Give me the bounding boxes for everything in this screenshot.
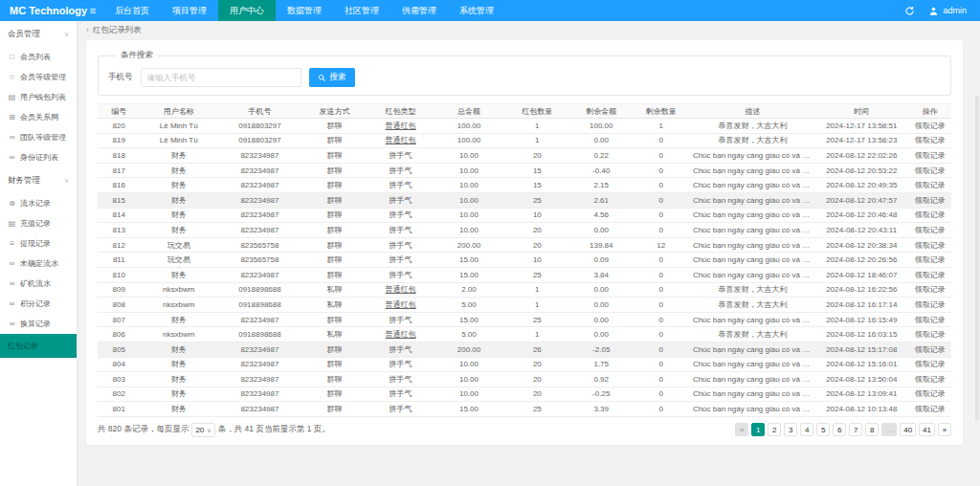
- table-header-cell: 总金额: [434, 104, 502, 119]
- sidebar-item-member-list[interactable]: □会员列表: [0, 47, 77, 67]
- table-cell: 816: [98, 178, 141, 193]
- sidebar-group-member-management[interactable]: 会员管理∨: [0, 21, 77, 47]
- sidebar-item-team-level[interactable]: ∞团队等级管理: [0, 127, 77, 147]
- sidebar-item-redpacket-records[interactable]: 红包记录: [0, 334, 77, 358]
- page-button-3[interactable]: 3: [784, 423, 797, 436]
- table-cell: 823234987: [217, 178, 302, 193]
- table-cell: 拼手气: [367, 402, 434, 417]
- action-link[interactable]: 领取记录: [915, 210, 946, 219]
- action-link[interactable]: 领取记录: [915, 226, 946, 234]
- action-link[interactable]: 领取记录: [915, 181, 946, 189]
- search-panel: 条件搜索 手机号 搜索: [98, 50, 951, 96]
- action-link[interactable]: 领取记录: [915, 151, 946, 160]
- table-header-cell: 剩余金额: [571, 104, 631, 119]
- nav-item-user-center[interactable]: 用户中心: [218, 0, 276, 21]
- nav-item-supply[interactable]: 供需管理: [390, 0, 448, 21]
- action-link[interactable]: 领取记录: [915, 389, 946, 398]
- table-cell: Chúc bạn ngày càng giàu có và ma: [691, 267, 814, 282]
- page-button-41[interactable]: 41: [919, 423, 935, 436]
- sidebar-item-id-card-list[interactable]: ∞身份证列表: [0, 147, 77, 167]
- table-cell: 823234987: [217, 192, 302, 208]
- page-button-5[interactable]: 5: [816, 423, 830, 436]
- table-cell: Chúc bạn ngày càng giàu có và ma: [691, 342, 814, 357]
- table-cell: 财务: [141, 208, 217, 223]
- action-link[interactable]: 领取记录: [915, 375, 946, 384]
- user-menu[interactable]: admin: [928, 6, 967, 16]
- sidebar-item-user-wallet-list[interactable]: ▤用户钱包列表: [0, 87, 77, 107]
- table-cell: 806: [98, 327, 141, 342]
- refresh-icon[interactable]: [904, 6, 915, 16]
- search-button-label: 搜索: [330, 72, 346, 83]
- action-link[interactable]: 领取记录: [915, 330, 946, 339]
- menu-toggle-icon[interactable]: ≡: [82, 0, 103, 21]
- action-link[interactable]: 领取记录: [915, 285, 946, 294]
- nav-item-project[interactable]: 项目管理: [161, 0, 218, 21]
- action-link[interactable]: 领取记录: [915, 122, 946, 130]
- table-cell: 0: [631, 327, 690, 342]
- action-link[interactable]: 领取记录: [915, 241, 946, 250]
- nav-item-data[interactable]: 数据管理: [276, 0, 333, 21]
- action-link[interactable]: 领取记录: [915, 316, 946, 324]
- table-header-cell: 手机号: [217, 104, 302, 119]
- table-cell: 819: [98, 133, 141, 148]
- vertical-scrollbar[interactable]: [975, 96, 979, 421]
- sidebar-item-exchange-records[interactable]: ∞换算记录: [0, 314, 77, 334]
- action-link[interactable]: 领取记录: [915, 345, 946, 354]
- sidebar-item-withdraw-records[interactable]: ≡提现记录: [0, 233, 77, 254]
- action-link[interactable]: 领取记录: [915, 166, 946, 175]
- table-cell: 恭喜发财，大吉大利: [691, 282, 814, 298]
- table-cell: 群聊: [302, 237, 367, 253]
- sidebar-item-member-level[interactable]: ☆会员等级管理: [0, 67, 77, 87]
- action-link[interactable]: 领取记录: [915, 271, 946, 279]
- sidebar-item-recharge-records[interactable]: ▤充值记录: [0, 213, 77, 233]
- page-button-8[interactable]: 8: [865, 423, 879, 436]
- table-cell: 2024-08-12 20:53:22: [814, 163, 908, 178]
- redpacket-type: 拼手气: [390, 405, 412, 413]
- page-button-2[interactable]: 2: [768, 423, 781, 436]
- sidebar-item-label: 团队等级管理: [20, 132, 66, 143]
- page-button-4[interactable]: 4: [800, 423, 813, 436]
- nav-item-system[interactable]: 系统管理: [448, 0, 505, 21]
- sidebar-item-unconfirmed-flow[interactable]: ∞未确定流水: [0, 254, 77, 274]
- page-button-6[interactable]: 6: [833, 423, 846, 436]
- action-link[interactable]: 领取记录: [915, 300, 946, 309]
- action-link[interactable]: 领取记录: [915, 255, 946, 264]
- sidebar-item-miner-flow[interactable]: ∞矿机流水: [0, 274, 77, 294]
- sidebar-item-flow-records[interactable]: ⊛流水记录: [0, 193, 77, 213]
- sidebar-item-points-records[interactable]: ∞积分记录: [0, 294, 77, 314]
- sidebar-item-member-network[interactable]: ⊞会员关系网: [0, 107, 77, 127]
- page-button-1[interactable]: 1: [751, 423, 765, 436]
- table-cell: Chúc bạn ngày càng giàu có và ma: [691, 192, 814, 208]
- action-link[interactable]: 领取记录: [915, 360, 946, 368]
- table-cell: 0.00: [571, 298, 631, 313]
- table-cell: 普通红包: [367, 282, 434, 298]
- redpacket-type: 拼手气: [390, 271, 412, 279]
- action-link[interactable]: 领取记录: [915, 196, 946, 205]
- nav-item-home[interactable]: 后台首页: [103, 0, 161, 21]
- next-page-button[interactable]: »: [938, 423, 951, 436]
- sidebar-item-label: 矿机流水: [20, 278, 51, 289]
- phone-search-input[interactable]: [141, 68, 301, 87]
- table-cell: 814: [98, 208, 141, 223]
- table-cell: Chúc bạn ngày càng giàu có và ma: [691, 312, 814, 327]
- page-button-7[interactable]: 7: [849, 423, 862, 436]
- redpacket-type: 拼手气: [390, 375, 412, 384]
- search-button[interactable]: 搜索: [309, 68, 355, 87]
- redpacket-type: 拼手气: [390, 181, 412, 189]
- page-size-select[interactable]: 20 ∨: [191, 423, 214, 437]
- table-cell: 领取记录: [908, 372, 951, 387]
- action-link[interactable]: 领取记录: [915, 136, 946, 144]
- table-cell: 0918898688: [217, 327, 302, 342]
- action-link[interactable]: 领取记录: [915, 405, 946, 413]
- link-icon: ∞: [8, 279, 16, 288]
- prev-page-button[interactable]: «: [735, 423, 748, 436]
- table-cell: 813: [98, 223, 141, 238]
- table-cell: 私聊: [302, 327, 367, 342]
- table-cell: 807: [98, 312, 141, 327]
- sidebar-group-finance-management[interactable]: 财务管理∨: [0, 167, 77, 193]
- page-button-40[interactable]: 40: [900, 423, 916, 436]
- table-cell: 139.84: [571, 237, 631, 253]
- table-cell: 恭喜发财，大吉大利: [691, 327, 814, 342]
- nav-item-community[interactable]: 社区管理: [333, 0, 390, 21]
- table-cell: 2024-08-12 20:49:35: [814, 178, 908, 193]
